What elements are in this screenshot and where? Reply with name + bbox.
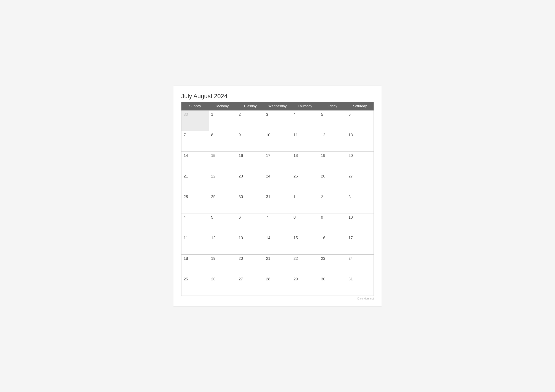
calendar-cell[interactable]: 30 <box>236 193 264 213</box>
calendar-cell[interactable]: 17 <box>346 234 374 255</box>
calendar-cell[interactable]: 26 <box>209 275 236 296</box>
calendar-cell[interactable]: 6 <box>346 110 374 131</box>
header-cell-friday: Friday <box>319 102 346 110</box>
calendar-cell[interactable]: 11 <box>291 131 319 152</box>
calendar-row: 28293031123 <box>182 193 374 213</box>
calendar-cell[interactable]: 15 <box>209 152 236 172</box>
calendar-cell[interactable]: 28 <box>182 193 209 213</box>
calendar-row: 25262728293031 <box>182 275 374 296</box>
calendar-cell[interactable]: 13 <box>236 234 264 255</box>
calendar-cell[interactable]: 21 <box>182 172 209 193</box>
calendar-table: SundayMondayTuesdayWednesdayThursdayFrid… <box>181 102 374 296</box>
calendar-cell[interactable]: 5 <box>319 110 346 131</box>
calendar-title: July August 2024 <box>181 93 374 100</box>
calendar-cell[interactable]: 22 <box>291 255 319 275</box>
calendar-cell[interactable]: 23 <box>236 172 264 193</box>
calendar-row: 21222324252627 <box>182 172 374 193</box>
calendar-cell[interactable]: 29 <box>209 193 236 213</box>
header-cell-sunday: Sunday <box>182 102 209 110</box>
calendar-cell[interactable]: 7 <box>182 131 209 152</box>
calendar-body: 3012345678910111213141516171819202122232… <box>182 110 374 296</box>
calendar-cell[interactable]: 31 <box>264 193 291 213</box>
calendar-cell[interactable]: 4 <box>291 110 319 131</box>
calendar-cell[interactable]: 4 <box>182 213 209 234</box>
calendar-cell[interactable]: 25 <box>182 275 209 296</box>
calendar-row: 45678910 <box>182 213 374 234</box>
calendar-cell[interactable]: 10 <box>264 131 291 152</box>
calendar-cell[interactable]: 3 <box>346 193 374 213</box>
calendar-cell[interactable]: 13 <box>346 131 374 152</box>
calendar-cell[interactable]: 28 <box>264 275 291 296</box>
calendar-cell[interactable]: 9 <box>319 213 346 234</box>
calendar-cell[interactable]: 30 <box>182 110 209 131</box>
calendar-cell[interactable]: 8 <box>209 131 236 152</box>
calendar-cell[interactable]: 17 <box>264 152 291 172</box>
calendar-cell[interactable]: 14 <box>182 152 209 172</box>
calendar-cell[interactable]: 3 <box>264 110 291 131</box>
calendar-cell[interactable]: 12 <box>209 234 236 255</box>
calendar-row: 14151617181920 <box>182 152 374 172</box>
calendar-cell[interactable]: 29 <box>291 275 319 296</box>
calendar-cell[interactable]: 7 <box>264 213 291 234</box>
calendar-cell[interactable]: 20 <box>346 152 374 172</box>
calendar-cell[interactable]: 27 <box>236 275 264 296</box>
header-cell-monday: Monday <box>209 102 236 110</box>
calendar-cell[interactable]: 12 <box>319 131 346 152</box>
calendar-cell[interactable]: 30 <box>319 275 346 296</box>
calendar-cell[interactable]: 14 <box>264 234 291 255</box>
calendar-cell[interactable]: 10 <box>346 213 374 234</box>
header-cell-tuesday: Tuesday <box>236 102 264 110</box>
calendar-cell[interactable]: 19 <box>319 152 346 172</box>
calendar-container: July August 2024 SundayMondayTuesdayWedn… <box>174 86 381 306</box>
calendar-cell[interactable]: 20 <box>236 255 264 275</box>
header-cell-saturday: Saturday <box>346 102 374 110</box>
calendar-cell[interactable]: 23 <box>319 255 346 275</box>
calendar-cell[interactable]: 16 <box>319 234 346 255</box>
calendar-cell[interactable]: 1 <box>209 110 236 131</box>
calendar-cell[interactable]: 31 <box>346 275 374 296</box>
calendar-cell[interactable]: 6 <box>236 213 264 234</box>
calendar-cell[interactable]: 18 <box>291 152 319 172</box>
calendar-cell[interactable]: 2 <box>319 193 346 213</box>
calendar-cell[interactable]: 11 <box>182 234 209 255</box>
calendar-row: 78910111213 <box>182 131 374 152</box>
header-row: SundayMondayTuesdayWednesdayThursdayFrid… <box>182 102 374 110</box>
calendar-cell[interactable]: 26 <box>319 172 346 193</box>
calendar-cell[interactable]: 15 <box>291 234 319 255</box>
header-cell-wednesday: Wednesday <box>264 102 291 110</box>
calendar-cell[interactable]: 5 <box>209 213 236 234</box>
calendar-cell[interactable]: 16 <box>236 152 264 172</box>
calendar-row: 18192021222324 <box>182 255 374 275</box>
header-cell-thursday: Thursday <box>291 102 319 110</box>
calendar-cell[interactable]: 19 <box>209 255 236 275</box>
calendar-cell[interactable]: 1 <box>291 193 319 213</box>
calendar-cell[interactable]: 18 <box>182 255 209 275</box>
calendar-row: 11121314151617 <box>182 234 374 255</box>
calendar-cell[interactable]: 9 <box>236 131 264 152</box>
calendar-cell[interactable]: 27 <box>346 172 374 193</box>
watermark: iCalendars.net <box>181 297 374 300</box>
calendar-row: 30123456 <box>182 110 374 131</box>
calendar-cell[interactable]: 8 <box>291 213 319 234</box>
calendar-cell[interactable]: 24 <box>346 255 374 275</box>
calendar-cell[interactable]: 25 <box>291 172 319 193</box>
calendar-cell[interactable]: 24 <box>264 172 291 193</box>
calendar-cell[interactable]: 22 <box>209 172 236 193</box>
calendar-cell[interactable]: 21 <box>264 255 291 275</box>
calendar-cell[interactable]: 2 <box>236 110 264 131</box>
